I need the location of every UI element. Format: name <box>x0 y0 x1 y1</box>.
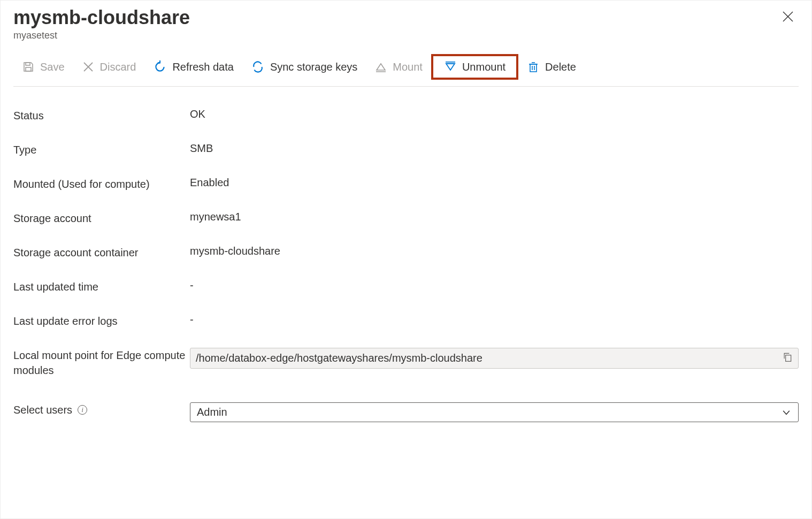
type-label: Type <box>13 142 190 157</box>
copy-icon <box>782 352 793 362</box>
copy-button[interactable] <box>782 352 793 365</box>
delete-button[interactable]: Delete <box>518 57 585 77</box>
svg-rect-3 <box>26 67 31 71</box>
mounted-label: Mounted (Used for compute) <box>13 177 190 192</box>
page-title: mysmb-cloudshare <box>13 6 799 29</box>
close-button[interactable] <box>777 6 799 27</box>
row-mounted: Mounted (Used for compute) Enabled <box>13 177 799 192</box>
type-value: SMB <box>190 142 799 155</box>
discard-button: Discard <box>73 57 145 77</box>
refresh-button[interactable]: Refresh data <box>144 57 242 77</box>
refresh-label: Refresh data <box>172 61 234 73</box>
row-mountpoint: Local mount point for Edge compute modul… <box>13 348 799 378</box>
select-users-value: Admin <box>197 406 227 418</box>
save-label: Save <box>40 61 65 73</box>
row-status: Status OK <box>13 108 799 123</box>
share-detail-blade: mysmb-cloudshare myasetest Save Discard … <box>0 0 812 519</box>
discard-icon <box>82 60 95 73</box>
status-label: Status <box>13 108 190 123</box>
error-logs-label: Last update error logs <box>13 314 190 329</box>
select-users-label-wrap: Select users i <box>13 402 190 417</box>
info-icon[interactable]: i <box>78 405 87 415</box>
form-content: Status OK Type SMB Mounted (Used for com… <box>13 87 799 422</box>
mounted-value: Enabled <box>190 177 799 189</box>
row-type: Type SMB <box>13 142 799 157</box>
close-icon <box>782 11 794 22</box>
select-users-dropdown[interactable]: Admin <box>190 402 799 422</box>
mount-label: Mount <box>393 61 423 73</box>
unmount-button[interactable]: Unmount <box>435 57 514 77</box>
select-users-label: Select users <box>13 402 72 417</box>
svg-rect-2 <box>26 63 30 65</box>
last-updated-label: Last updated time <box>13 279 190 294</box>
mountpoint-readonly-field: /home/databox-edge/hostgatewayshares/mys… <box>190 348 799 369</box>
delete-icon <box>527 60 540 73</box>
unmount-label: Unmount <box>462 61 505 73</box>
delete-label: Delete <box>545 61 576 73</box>
storage-account-label: Storage account <box>13 211 190 226</box>
refresh-icon <box>153 60 167 74</box>
discard-label: Discard <box>100 61 136 73</box>
row-select-users: Select users i Admin <box>13 402 799 422</box>
unmount-icon <box>444 60 457 73</box>
mountpoint-label: Local mount point for Edge compute modul… <box>13 348 190 378</box>
mountpoint-value: /home/databox-edge/hostgatewayshares/mys… <box>196 352 782 364</box>
row-container: Storage account container mysmb-cloudsha… <box>13 245 799 260</box>
last-updated-value: - <box>190 279 799 292</box>
sync-icon <box>251 60 265 74</box>
error-logs-value: - <box>190 314 799 326</box>
row-storage-account: Storage account mynewsa1 <box>13 211 799 226</box>
command-bar: Save Discard Refresh data Sync storage k… <box>13 54 799 87</box>
blade-header: mysmb-cloudshare myasetest <box>13 6 799 41</box>
status-value: OK <box>190 108 799 120</box>
svg-rect-15 <box>786 355 791 362</box>
page-subtitle: myasetest <box>13 30 799 41</box>
row-last-updated: Last updated time - <box>13 279 799 294</box>
container-value: mysmb-cloudshare <box>190 245 799 257</box>
svg-rect-10 <box>530 64 537 72</box>
row-error-logs: Last update error logs - <box>13 314 799 329</box>
svg-marker-8 <box>446 64 455 70</box>
save-button: Save <box>13 57 73 77</box>
unmount-highlight: Unmount <box>431 54 518 80</box>
mount-icon <box>374 60 387 73</box>
sync-button[interactable]: Sync storage keys <box>242 57 366 77</box>
sync-label: Sync storage keys <box>270 61 357 73</box>
save-icon <box>22 60 35 73</box>
storage-account-value: mynewsa1 <box>190 211 799 223</box>
container-label: Storage account container <box>13 245 190 260</box>
mount-button: Mount <box>366 57 431 77</box>
chevron-down-icon <box>781 407 792 418</box>
svg-marker-6 <box>377 64 385 70</box>
